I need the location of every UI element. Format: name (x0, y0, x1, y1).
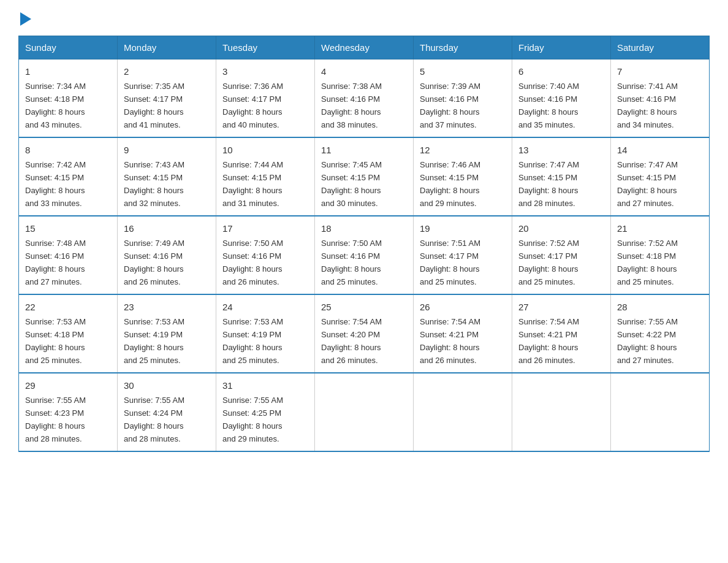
table-row: 24Sunrise: 7:53 AMSunset: 4:19 PMDayligh… (216, 294, 315, 373)
table-row: 7Sunrise: 7:41 AMSunset: 4:16 PMDaylight… (611, 59, 710, 137)
day-info: Sunrise: 7:35 AMSunset: 4:17 PMDaylight:… (124, 82, 184, 129)
table-row (414, 373, 512, 451)
table-row: 28Sunrise: 7:55 AMSunset: 4:22 PMDayligh… (611, 294, 710, 373)
day-number: 23 (124, 300, 210, 314)
table-row: 22Sunrise: 7:53 AMSunset: 4:18 PMDayligh… (19, 294, 118, 373)
day-number: 18 (321, 221, 407, 236)
day-number: 10 (222, 143, 308, 157)
day-number: 28 (617, 300, 703, 314)
table-row: 17Sunrise: 7:50 AMSunset: 4:16 PMDayligh… (216, 216, 315, 294)
table-row: 26Sunrise: 7:54 AMSunset: 4:21 PMDayligh… (414, 294, 512, 373)
table-row: 15Sunrise: 7:48 AMSunset: 4:16 PMDayligh… (19, 216, 118, 294)
day-info: Sunrise: 7:53 AMSunset: 4:18 PMDaylight:… (25, 317, 86, 365)
day-info: Sunrise: 7:55 AMSunset: 4:22 PMDaylight:… (617, 317, 678, 365)
calendar-week-row: 22Sunrise: 7:53 AMSunset: 4:18 PMDayligh… (19, 294, 710, 373)
day-info: Sunrise: 7:40 AMSunset: 4:16 PMDaylight:… (518, 82, 579, 129)
table-row: 10Sunrise: 7:44 AMSunset: 4:15 PMDayligh… (216, 137, 315, 216)
day-number: 5 (420, 64, 506, 79)
calendar-week-row: 1Sunrise: 7:34 AMSunset: 4:18 PMDaylight… (19, 59, 710, 137)
logo (18, 12, 31, 23)
day-info: Sunrise: 7:54 AMSunset: 4:21 PMDaylight:… (518, 317, 579, 365)
calendar-header-row: Sunday Monday Tuesday Wednesday Thursday… (19, 36, 710, 59)
day-number: 20 (518, 221, 604, 236)
calendar-week-row: 29Sunrise: 7:55 AMSunset: 4:23 PMDayligh… (19, 373, 710, 451)
table-row: 6Sunrise: 7:40 AMSunset: 4:16 PMDaylight… (512, 59, 611, 137)
day-number: 6 (518, 64, 604, 79)
day-info: Sunrise: 7:50 AMSunset: 4:16 PMDaylight:… (321, 239, 382, 286)
day-number: 29 (25, 378, 111, 393)
table-row: 31Sunrise: 7:55 AMSunset: 4:25 PMDayligh… (216, 373, 315, 451)
table-row: 5Sunrise: 7:39 AMSunset: 4:16 PMDaylight… (414, 59, 512, 137)
day-info: Sunrise: 7:46 AMSunset: 4:15 PMDaylight:… (420, 160, 480, 208)
col-thursday: Thursday (414, 36, 512, 59)
day-number: 14 (617, 143, 703, 157)
table-row: 13Sunrise: 7:47 AMSunset: 4:15 PMDayligh… (512, 137, 611, 216)
day-number: 22 (25, 300, 111, 314)
day-info: Sunrise: 7:53 AMSunset: 4:19 PMDaylight:… (124, 317, 184, 365)
day-info: Sunrise: 7:39 AMSunset: 4:16 PMDaylight:… (420, 82, 480, 129)
day-number: 31 (222, 378, 308, 393)
day-number: 26 (420, 300, 506, 314)
day-info: Sunrise: 7:50 AMSunset: 4:16 PMDaylight:… (222, 239, 283, 286)
svg-marker-0 (20, 12, 31, 26)
page-header (18, 12, 710, 23)
day-number: 15 (25, 221, 111, 236)
day-number: 2 (124, 64, 210, 79)
table-row (611, 373, 710, 451)
day-info: Sunrise: 7:36 AMSunset: 4:17 PMDaylight:… (222, 82, 283, 129)
table-row: 3Sunrise: 7:36 AMSunset: 4:17 PMDaylight… (216, 59, 315, 137)
table-row: 4Sunrise: 7:38 AMSunset: 4:16 PMDaylight… (315, 59, 414, 137)
table-row: 18Sunrise: 7:50 AMSunset: 4:16 PMDayligh… (315, 216, 414, 294)
table-row: 12Sunrise: 7:46 AMSunset: 4:15 PMDayligh… (414, 137, 512, 216)
table-row: 9Sunrise: 7:43 AMSunset: 4:15 PMDaylight… (118, 137, 216, 216)
day-number: 27 (518, 300, 604, 314)
col-sunday: Sunday (19, 36, 118, 59)
day-number: 4 (321, 64, 407, 79)
day-info: Sunrise: 7:54 AMSunset: 4:21 PMDaylight:… (420, 317, 480, 365)
col-monday: Monday (118, 36, 216, 59)
day-number: 16 (124, 221, 210, 236)
day-number: 25 (321, 300, 407, 314)
day-info: Sunrise: 7:54 AMSunset: 4:20 PMDaylight:… (321, 317, 382, 365)
day-number: 3 (222, 64, 308, 79)
day-number: 8 (25, 143, 111, 157)
table-row: 8Sunrise: 7:42 AMSunset: 4:15 PMDaylight… (19, 137, 118, 216)
day-number: 13 (518, 143, 604, 157)
logo-arrow-icon (20, 12, 31, 26)
day-info: Sunrise: 7:55 AMSunset: 4:24 PMDaylight:… (124, 396, 184, 443)
day-number: 17 (222, 221, 308, 236)
table-row: 25Sunrise: 7:54 AMSunset: 4:20 PMDayligh… (315, 294, 414, 373)
table-row: 29Sunrise: 7:55 AMSunset: 4:23 PMDayligh… (19, 373, 118, 451)
day-info: Sunrise: 7:44 AMSunset: 4:15 PMDaylight:… (222, 160, 283, 208)
day-info: Sunrise: 7:45 AMSunset: 4:15 PMDaylight:… (321, 160, 382, 208)
day-info: Sunrise: 7:38 AMSunset: 4:16 PMDaylight:… (321, 82, 382, 129)
calendar-table: Sunday Monday Tuesday Wednesday Thursday… (18, 36, 710, 452)
day-info: Sunrise: 7:53 AMSunset: 4:19 PMDaylight:… (222, 317, 283, 365)
table-row: 1Sunrise: 7:34 AMSunset: 4:18 PMDaylight… (19, 59, 118, 137)
table-row: 27Sunrise: 7:54 AMSunset: 4:21 PMDayligh… (512, 294, 611, 373)
col-tuesday: Tuesday (216, 36, 315, 59)
day-number: 11 (321, 143, 407, 157)
day-info: Sunrise: 7:34 AMSunset: 4:18 PMDaylight:… (25, 82, 86, 129)
table-row: 14Sunrise: 7:47 AMSunset: 4:15 PMDayligh… (611, 137, 710, 216)
table-row (315, 373, 414, 451)
day-number: 12 (420, 143, 506, 157)
day-info: Sunrise: 7:52 AMSunset: 4:17 PMDaylight:… (518, 239, 579, 286)
day-number: 21 (617, 221, 703, 236)
day-info: Sunrise: 7:47 AMSunset: 4:15 PMDaylight:… (518, 160, 579, 208)
col-saturday: Saturday (611, 36, 710, 59)
table-row: 21Sunrise: 7:52 AMSunset: 4:18 PMDayligh… (611, 216, 710, 294)
col-wednesday: Wednesday (315, 36, 414, 59)
day-number: 1 (25, 64, 111, 79)
table-row: 16Sunrise: 7:49 AMSunset: 4:16 PMDayligh… (118, 216, 216, 294)
table-row: 11Sunrise: 7:45 AMSunset: 4:15 PMDayligh… (315, 137, 414, 216)
day-number: 7 (617, 64, 703, 79)
table-row: 23Sunrise: 7:53 AMSunset: 4:19 PMDayligh… (118, 294, 216, 373)
day-number: 24 (222, 300, 308, 314)
day-info: Sunrise: 7:47 AMSunset: 4:15 PMDaylight:… (617, 160, 678, 208)
day-info: Sunrise: 7:51 AMSunset: 4:17 PMDaylight:… (420, 239, 480, 286)
table-row: 2Sunrise: 7:35 AMSunset: 4:17 PMDaylight… (118, 59, 216, 137)
day-info: Sunrise: 7:41 AMSunset: 4:16 PMDaylight:… (617, 82, 678, 129)
col-friday: Friday (512, 36, 611, 59)
day-number: 19 (420, 221, 506, 236)
